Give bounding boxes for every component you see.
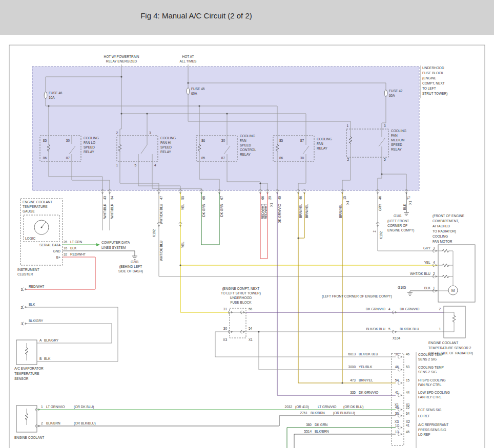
wire-color-alt: (OR BLK/BLU) [74,421,96,425]
cavity-pin: 54 [249,327,253,330]
wire-color-label: YEL [181,204,184,210]
sensor-name: SENSOR [14,377,29,380]
motor-m: M [451,288,455,293]
circuit-number: 2032 [285,405,293,409]
relay-label: COOLING [317,137,332,141]
wire-color-label: DK GRN [202,204,205,217]
fuse-name: FUSE 42 [389,89,403,93]
data-line-arrow [96,243,100,246]
wire-color-label: BRN/YEL [339,204,342,218]
sensor-name: TEMPERATURE [14,372,39,375]
circuit-function: COOLING TEMP [418,366,444,369]
motor-location: (FRONT OF ENGINE [433,214,465,218]
relay-label: SPEED [240,143,251,147]
module-pin: 45 [406,430,410,434]
gauge-label: GAUGE [23,209,35,213]
relay-label: FAN HI [160,141,171,144]
cluster-pin: 32 [64,252,68,256]
wire-color-label: WHT/DK BLU [159,204,163,224]
block-label: UNDERHOOD [422,66,444,70]
block-label: TO LEFT STRUT TOWER) [221,291,261,295]
relay-label: FAN [240,139,246,142]
relay-pin: 86 [43,156,47,160]
circuit-function: SENS 2 SIG [418,357,437,361]
wire-color-label: LT GRN [70,240,83,244]
ground-location: (BEHIND LEFT [119,265,142,269]
cavity-pin: 30 [395,412,399,415]
wire-color-label: BRN/YEL [359,378,373,382]
cavity-pin: 2 [373,230,376,232]
serial-data-label: SERIAL DATA [39,243,61,247]
circuit-function: COOLING TEMP [418,353,444,356]
cavity-pin: 2 [439,307,441,311]
module-pin: 41 [406,423,410,427]
relay-pin: 2 [347,158,349,161]
connector-id: X3 [395,420,399,423]
connector-id: X2 [406,420,410,423]
relay-pin: 30 [221,139,225,142]
wire-color-label: RED/WHT [29,285,44,288]
ground-location: (LEFT FRONT [387,219,409,223]
cluster-name: CLUSTER [17,272,33,276]
relay-pin: 87 [221,156,225,160]
cavity-pin: 46 [395,406,399,409]
cavity-pin: 50 [181,196,184,200]
cavity-pin: 30 [223,327,228,330]
wire-color-label: YEL [181,242,184,248]
circuit-function: LO REF [418,414,430,418]
fuse-name: FUSE 45 [191,87,205,91]
wire-color-label: YEL/BLK [359,365,373,369]
relay-pin: 87 [300,139,304,142]
feed-label: ALL TIMES [180,59,197,63]
relay-pin: 5 [384,158,386,161]
wire-color-label: DK GRN [315,423,328,426]
gauge-label: ENGINE COOLANT [23,200,52,204]
ground-name: G201 [131,260,139,264]
wire-color-label: GRY [423,246,431,250]
relay-pin: 85 [279,139,283,142]
wire-color-label: DK GRN/VIO [366,307,385,311]
cavity-pin: 20 [268,196,272,200]
relay-label: RELAY [317,146,327,150]
relay-label: SPEED [84,145,95,149]
relay-label: CONTROL [240,148,256,152]
circuit-number: 2761 [300,411,308,415]
feed-label: RELAY ENERGIZED [106,59,137,63]
cluster-pin: 26 [64,240,68,244]
ground-location: SIDE OF DASH) [118,269,143,273]
block-label: (ENGINE [422,76,437,80]
coolant-temp-sensor-2: DK GRN/VIO 4 DK GRN/VIO 2 BLK/DK BLU 5 B… [366,306,473,355]
circuit-number-alt: (OR 410) [295,405,309,409]
ground-location: CORNER OF [387,224,407,227]
circuit-function: FAN RLY CTRL [418,383,442,387]
relay-pin: 86 [201,139,205,142]
sensor-pin: 2 [41,421,43,425]
wire-color-label: BLK [44,357,51,360]
circuit-function: SENS 2 SIG [418,370,437,374]
cluster-name: INSTRUMENT [17,268,39,271]
block-label: TO LEFT [422,87,436,90]
block-label: COMPT, NEXT [422,81,445,85]
circuit-function: A/C REFRIGERANT [418,423,448,426]
module-pin: 25 [406,406,410,409]
relay-label: COOLING [160,136,176,140]
wire-color-label: DK GRN/VIO [359,391,378,394]
relay-label: COOLING [84,136,99,140]
circuit-number: 6813 [348,352,356,356]
relay-label: FAN [391,134,398,137]
wire-color-label: DK GRN/VIO [278,204,281,223]
block-label: STRUT TOWER) [422,92,447,96]
cavity-pin: 4 [388,307,390,311]
cavity-pin: 56 [249,307,253,311]
wire-color-label: BLK/DK BLU [366,327,385,331]
block-exit-connectors: 43 34 47 50 68 67 66 20 49 46 15 46 71 X… [101,190,412,262]
circuit-function: ECT SENS SIG [418,408,441,412]
ground-name: G105 [398,286,406,289]
sensor-name: TEMPERATURE SENSOR 2 [428,346,471,350]
wire-color-label: BLK [424,286,431,290]
wire-color-label: BRN/YEL [305,204,308,218]
wire-color-label: YEL [424,261,431,264]
relay-pin: 3 [149,131,151,135]
module-pin: 15 [406,378,410,382]
gnd-label: GND [53,249,61,253]
